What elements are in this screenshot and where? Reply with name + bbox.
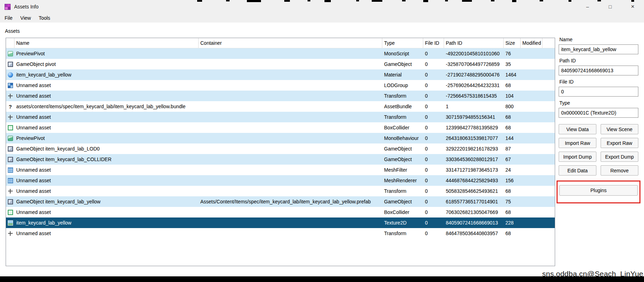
icon-cell [6, 48, 14, 59]
assetbundle-icon [8, 104, 13, 109]
cell-type: GameObject [382, 59, 423, 69]
cell-name: GameObject item_keycard_lab_LOD0 [14, 143, 199, 154]
close-button[interactable]: × [621, 0, 644, 13]
transform-icon [8, 93, 13, 99]
export-dump-button[interactable]: Export Dump [601, 152, 638, 162]
menu-tools[interactable]: Tools [35, 13, 54, 23]
menu-view[interactable]: View [17, 13, 35, 23]
texture2d-icon [8, 220, 13, 226]
table-row[interactable]: Unnamed assetBoxCollider0123998427788139… [6, 122, 555, 133]
cell-modified [521, 186, 542, 196]
icon-cell [6, 91, 14, 101]
table-row[interactable]: item_keycard_lab_yellowMaterial0-2719027… [6, 69, 555, 80]
cell-modified [521, 196, 542, 207]
remove-button[interactable]: Remove [601, 165, 638, 176]
import-dump-button[interactable]: Import Dump [559, 152, 596, 162]
export-raw-button[interactable]: Export Raw [601, 138, 638, 148]
cell-size: 68 [504, 122, 521, 133]
table-row[interactable]: Unnamed assetLODGroup0-25769026442642323… [6, 80, 555, 91]
meshrenderer-icon [8, 178, 13, 183]
table-row[interactable]: GameObject pivotGameObject0-325870706449… [6, 59, 555, 69]
cell-size: 68 [504, 207, 521, 217]
table-row[interactable]: Unnamed assetMeshRenderer044468768442258… [6, 175, 555, 186]
transform-icon [8, 189, 13, 194]
cell-file-id: 0 [423, 143, 444, 154]
type-input[interactable] [559, 108, 638, 118]
cell-file-id: 0 [423, 59, 444, 69]
cell-container [199, 122, 382, 133]
import-raw-button[interactable]: Import Raw [559, 138, 596, 148]
cell-modified [521, 69, 542, 80]
file-id-input[interactable] [559, 87, 638, 97]
table-row[interactable]: item_keycard_lab_yellowTexture2D08405907… [6, 217, 555, 228]
cell-path-id: -2719027488295000476 [444, 69, 504, 80]
assets-section-label: Assets [5, 28, 20, 34]
column-header-container[interactable]: Container [199, 38, 382, 48]
cell-size: 87 [504, 143, 521, 154]
cell-name: Unnamed asset [14, 91, 199, 101]
screen-artifact [540, 0, 543, 1]
screen-artifact [197, 0, 202, 2]
table-row[interactable]: PreviewPivotMonoScript0-4922001045810101… [6, 48, 555, 59]
table-row[interactable]: Unnamed assetTransform0-7256645753186154… [6, 91, 555, 101]
icon-cell [6, 228, 14, 239]
screen-artifact [462, 0, 472, 2]
maximize-button[interactable]: □ [599, 0, 621, 13]
cell-container [199, 91, 382, 101]
icon-cell [6, 101, 14, 112]
column-header-name[interactable]: Name [14, 38, 199, 48]
screen-artifact [324, 0, 331, 2]
column-header-path-id[interactable]: Path ID [444, 38, 504, 48]
screen-artifact [631, 0, 634, 2]
name-input[interactable] [559, 44, 638, 54]
cell-name: PreviewPivot [14, 48, 199, 59]
cell-file-id: 0 [423, 228, 444, 239]
panel-fields: NamePath IDFile IDType [559, 37, 638, 118]
cell-file-id: 0 [423, 80, 444, 91]
cell-container [199, 154, 382, 165]
table-row[interactable]: assets/content/items/spec/item_keycard_l… [6, 101, 555, 112]
assets-table: NameContainerTypeFile IDPath IDSizeModif… [6, 38, 555, 266]
column-header-type[interactable]: Type [382, 38, 423, 48]
cell-path-id: 307159794855156341 [444, 112, 504, 122]
screen-artifact [247, 0, 261, 2]
view-data-button[interactable]: View Data [559, 124, 596, 134]
cell-container [199, 59, 382, 69]
cell-path-id: 4446876844225829493 [444, 175, 504, 186]
cell-name: Unnamed asset [14, 207, 199, 217]
cell-path-id: 7063026821305047669 [444, 207, 504, 217]
cell-path-id: -4922001045810101060 [444, 48, 504, 59]
column-header-icon[interactable] [6, 38, 14, 48]
cell-container [199, 175, 382, 186]
table-row[interactable]: Unnamed assetTransform030715979485515634… [6, 112, 555, 122]
path-id-input[interactable] [559, 66, 638, 75]
table-body: PreviewPivotMonoScript0-4922001045810101… [6, 48, 555, 239]
view-scene-button[interactable]: View Scene [601, 124, 638, 134]
boxcollider-icon [8, 210, 13, 215]
column-header-modified[interactable]: Modified [521, 38, 542, 48]
minimize-button[interactable]: – [576, 0, 599, 13]
plugins-button[interactable]: Plugins [559, 185, 638, 196]
table-row[interactable]: PreviewPivotMonoBehaviour026431806315398… [6, 133, 555, 143]
column-header-file-id[interactable]: File ID [423, 38, 444, 48]
table-row[interactable]: GameObject item_keycard_lab_COLLIDERGame… [6, 154, 555, 165]
table-row[interactable]: Unnamed assetTransform084647850364408039… [6, 228, 555, 239]
icon-cell [6, 69, 14, 80]
edit-data-button[interactable]: Edit Data [559, 165, 596, 176]
cell-name: Unnamed asset [14, 80, 199, 91]
table-row[interactable]: GameObject item_keycard_lab_LOD0GameObje… [6, 143, 555, 154]
table-row[interactable]: GameObject item_keycard_lab_yellowAssets… [6, 196, 555, 207]
column-header-size[interactable]: Size [504, 38, 521, 48]
cell-container [199, 165, 382, 175]
screen-artifact [491, 0, 494, 1]
table-row[interactable]: Unnamed assetBoxCollider0706302682130504… [6, 207, 555, 217]
menu-file[interactable]: File [1, 13, 17, 23]
cell-name: GameObject item_keycard_lab_COLLIDER [14, 154, 199, 165]
cell-type: MeshRenderer [382, 175, 423, 186]
table-row[interactable]: Unnamed assetMeshFilter03314712719873645… [6, 165, 555, 175]
table-row[interactable]: Unnamed assetTransform050583285466254936… [6, 186, 555, 196]
cell-type: GameObject [382, 196, 423, 207]
gameobject-icon [8, 199, 13, 204]
cell-modified [521, 91, 542, 101]
cell-type: BoxCollider [382, 122, 423, 133]
